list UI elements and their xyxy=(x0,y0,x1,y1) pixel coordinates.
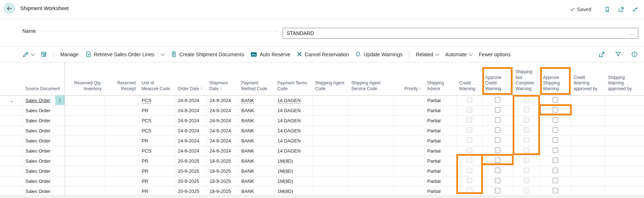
cell-shipment-date[interactable]: 18-9-2025 xyxy=(206,186,238,196)
cell-priority[interactable] xyxy=(393,146,424,156)
cell-payment-method-code[interactable]: BANK xyxy=(238,156,274,166)
create-shipment-documents-button[interactable]: Create Shipment Documents xyxy=(171,51,244,57)
column-header-shipment-date[interactable]: Shipment Date ↑ xyxy=(206,62,238,95)
update-warnings-button[interactable]: Update Warnings xyxy=(355,51,402,57)
cell-shipping-agent-code[interactable] xyxy=(312,105,348,115)
cell-reserved-qty-inventory[interactable] xyxy=(65,115,104,126)
cell-shipping-agent-service-code[interactable] xyxy=(348,95,393,105)
cell-reserved-qty-inventory[interactable] xyxy=(65,166,104,176)
cell-payment-method-code[interactable]: BANK xyxy=(238,95,274,105)
cell-approve-credit-warning[interactable] xyxy=(482,105,513,115)
cell-shipping-agent-code[interactable] xyxy=(312,95,348,105)
cell-source-document[interactable]: Sales Order xyxy=(22,186,65,196)
cell-shipment-date[interactable]: 24-9-2024 xyxy=(206,105,238,115)
cell-order-date[interactable]: 20-9-2025 xyxy=(175,166,206,176)
source-document-link[interactable]: Sales Order xyxy=(26,158,51,164)
cell-shipping-warning-approved-by[interactable] xyxy=(605,136,644,146)
cell-reserved-qty-inventory[interactable] xyxy=(65,156,104,166)
cell-approve-shipping-warning[interactable] xyxy=(540,176,571,186)
cell-unit-of-measure-code[interactable]: PR xyxy=(139,136,175,146)
cell-reserved-qty-inventory[interactable] xyxy=(65,176,104,186)
cell-shipment-date[interactable]: 24-9-2024 xyxy=(206,126,238,136)
cell-payment-method-code[interactable]: BANK xyxy=(238,136,274,146)
cancel-reservation-button[interactable]: Cancel Reservation xyxy=(297,52,349,57)
cell-shipping-warning-approved-by[interactable] xyxy=(605,115,644,126)
related-menu[interactable]: Related xyxy=(416,52,439,57)
cell-shipping-agent-code[interactable] xyxy=(312,115,348,126)
cell-shipment-date[interactable]: 24-9-2024 xyxy=(206,115,238,126)
retrieve-sales-order-lines-button[interactable]: Retrieve Sales Order Lines xyxy=(85,51,164,58)
chevron-down-icon[interactable] xyxy=(161,52,165,56)
cell-unit-of-measure-code[interactable]: PCS xyxy=(139,115,175,126)
cell-shipping-agent-code[interactable] xyxy=(312,126,348,136)
cell-priority[interactable] xyxy=(393,186,424,196)
cell-order-date[interactable]: 24-9-2024 xyxy=(175,105,206,115)
column-header-priority[interactable]: Priority ↑ xyxy=(393,62,424,95)
cell-shipment-date[interactable]: 24-9-2024 xyxy=(206,146,238,156)
cell-shipping-warning-approved-by[interactable] xyxy=(605,146,644,156)
cell-order-date[interactable]: 24-9-2024 xyxy=(175,95,206,105)
checkbox-approve-credit-warning[interactable] xyxy=(495,148,500,153)
column-header-credit-warning[interactable]: Credit Warning xyxy=(456,62,482,95)
checkbox-approve-credit-warning[interactable] xyxy=(495,178,500,183)
filter-icon[interactable] xyxy=(615,51,621,57)
cell-shipping-agent-service-code[interactable] xyxy=(348,136,393,146)
column-header-shipping-advice[interactable]: Shipping Advice xyxy=(424,62,456,95)
cell-unit-of-measure-code[interactable]: PCS xyxy=(139,95,175,105)
source-document-link[interactable]: Sales Order xyxy=(26,179,51,184)
cell-shipping-advice[interactable]: Partial xyxy=(424,156,456,166)
cell-shipping-advice[interactable]: Partial xyxy=(424,186,456,196)
row-selector-cell[interactable] xyxy=(0,136,22,146)
column-header-approve-credit-warning[interactable]: Approve Credit Warning xyxy=(482,62,513,95)
cell-unit-of-measure-code[interactable]: PR xyxy=(139,156,175,166)
cell-priority[interactable] xyxy=(393,95,424,105)
cell-source-document[interactable]: Sales Order xyxy=(22,146,65,156)
column-header-shipping-warning-approved-by[interactable]: Shipping Warning approved by xyxy=(605,62,644,95)
automate-menu[interactable]: Automate xyxy=(445,52,472,57)
cell-shipping-agent-service-code[interactable] xyxy=(348,156,393,166)
cell-credit-warning-approved-by[interactable] xyxy=(571,105,605,115)
cell-approve-shipping-warning[interactable] xyxy=(540,115,571,126)
cell-approve-credit-warning[interactable] xyxy=(482,176,513,186)
cell-priority[interactable] xyxy=(393,126,424,136)
cell-shipping-agent-code[interactable] xyxy=(312,166,348,176)
row-selector-cell[interactable] xyxy=(0,186,22,196)
cell-approve-credit-warning[interactable] xyxy=(482,95,513,105)
cell-shipping-agent-service-code[interactable] xyxy=(348,166,393,176)
cell-payment-terms-code[interactable]: 14 DAGEN xyxy=(274,105,312,115)
cell-shipment-date[interactable]: 24-9-2024 xyxy=(206,136,238,146)
cell-credit-warning-approved-by[interactable] xyxy=(571,186,605,196)
column-header-credit-warning-approved-by[interactable]: Credit Warning approved by xyxy=(571,62,605,95)
checkbox-approve-shipping-warning[interactable] xyxy=(553,107,558,113)
cell-credit-warning-approved-by[interactable] xyxy=(571,176,605,186)
cell-approve-credit-warning[interactable] xyxy=(482,136,513,146)
cell-payment-method-code[interactable]: BANK xyxy=(238,126,274,136)
cell-payment-method-code[interactable]: BANK xyxy=(238,186,274,196)
cell-priority[interactable] xyxy=(393,115,424,126)
cell-shipping-agent-code[interactable] xyxy=(312,186,348,196)
collapse-icon[interactable] xyxy=(632,6,638,13)
column-header-source-document[interactable]: Source Document xyxy=(22,62,65,95)
cell-payment-terms-code[interactable]: 14 DAGEN xyxy=(274,146,312,156)
row-selector-cell[interactable] xyxy=(0,126,22,136)
cell-shipping-agent-service-code[interactable] xyxy=(348,146,393,156)
cell-unit-of-measure-code[interactable]: PCS xyxy=(139,146,175,156)
cell-shipping-advice[interactable]: Partial xyxy=(424,95,456,105)
cell-shipping-warning-approved-by[interactable] xyxy=(605,126,644,136)
cell-priority[interactable] xyxy=(393,136,424,146)
cell-shipping-warning-approved-by[interactable] xyxy=(605,176,644,186)
share-icon[interactable] xyxy=(599,51,605,58)
cell-shipping-agent-code[interactable] xyxy=(312,146,348,156)
cell-reserved-qty-inventory[interactable] xyxy=(65,186,104,196)
cell-approve-credit-warning[interactable] xyxy=(482,126,513,136)
source-document-link[interactable]: Sales Order xyxy=(26,189,51,194)
cell-reserved-qty-inventory[interactable] xyxy=(65,136,104,146)
checkbox-approve-shipping-warning[interactable] xyxy=(553,127,558,133)
cell-payment-method-code[interactable]: BANK xyxy=(238,115,274,126)
cell-approve-credit-warning[interactable] xyxy=(482,166,513,176)
checkbox-approve-shipping-warning[interactable] xyxy=(553,178,558,183)
cell-unit-of-measure-code[interactable]: PR xyxy=(139,105,175,115)
cell-payment-method-code[interactable]: BANK xyxy=(238,176,274,186)
row-selector-cell[interactable] xyxy=(0,156,22,166)
source-document-link[interactable]: Sales Order xyxy=(26,168,51,174)
